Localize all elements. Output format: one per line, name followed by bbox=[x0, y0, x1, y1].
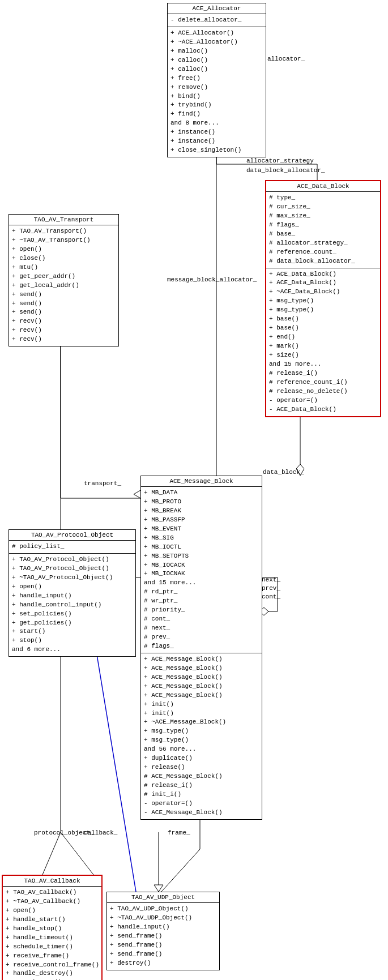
tao-av-udp-object-box: TAO_AV_UDP_Object + TAO_AV_UDP_Object() … bbox=[106, 892, 220, 970]
callback-label: callback_ bbox=[84, 829, 117, 836]
svg-line-20 bbox=[61, 832, 93, 875]
tao-av-callback-title: TAO_AV_Callback bbox=[3, 876, 101, 887]
ace-message-block-title: ACE_Message_Block bbox=[141, 476, 262, 487]
tao-av-udp-object-title: TAO_AV_UDP_Object bbox=[107, 892, 219, 903]
ace-message-block-constants: + MB_DATA + MB_PROTO + MB_BREAK + MB_PAS… bbox=[141, 487, 262, 653]
tao-av-callback-methods: + TAO_AV_Callback() + ~TAO_AV_Callback()… bbox=[3, 887, 101, 980]
ace-allocator-box: ACE_Allocator - delete_allocator_ + ACE_… bbox=[167, 3, 266, 157]
tao-av-transport-methods: + TAO_AV_Transport() + ~TAO_AV_Transport… bbox=[9, 225, 118, 346]
allocator-strategy-label: allocator_strategy bbox=[246, 157, 314, 164]
prev-label: prev_ bbox=[262, 585, 280, 592]
data-block-allocator-label: data_block_allocator_ bbox=[246, 167, 325, 174]
ace-allocator-title: ACE_Allocator bbox=[168, 3, 266, 14]
frame-label: frame_ bbox=[168, 829, 190, 836]
tao-av-callback-box: TAO_AV_Callback + TAO_AV_Callback() + ~T… bbox=[2, 875, 103, 980]
data-block-label: data_block_ bbox=[263, 469, 304, 476]
tao-av-protocol-object-methods: + TAO_AV_Protocol_Object() + TAO_AV_Prot… bbox=[9, 554, 135, 656]
ace-allocator-fields: - delete_allocator_ bbox=[168, 14, 266, 27]
tao-av-protocol-object-title: TAO_AV_Protocol_Object bbox=[9, 530, 135, 541]
transport-label: transport_ bbox=[84, 480, 121, 487]
ace-allocator-methods: + ACE_Allocator() + ~ACE_Allocator() + m… bbox=[168, 27, 266, 157]
ace-message-block-methods: + ACE_Message_Block() + ACE_Message_Bloc… bbox=[141, 653, 262, 819]
ace-data-block-fields: # type_ # cur_size_ # max_size_ # flags_… bbox=[266, 192, 380, 268]
cont-label: cont_ bbox=[262, 593, 280, 600]
svg-line-19 bbox=[42, 832, 61, 875]
ace-data-block-box: ACE_Data_Block # type_ # cur_size_ # max… bbox=[265, 180, 381, 417]
svg-line-26 bbox=[93, 634, 136, 892]
tao-av-protocol-object-fields: # policy_list_ bbox=[9, 541, 135, 554]
allocator-label: allocator_ bbox=[267, 55, 305, 62]
next-label: next_ bbox=[262, 576, 280, 583]
tao-av-transport-title: TAO_AV_Transport bbox=[9, 215, 118, 225]
ace-data-block-methods: + ACE_Data_Block() + ACE_Data_Block() + … bbox=[266, 268, 380, 416]
ace-data-block-title: ACE_Data_Block bbox=[266, 181, 380, 192]
ace-message-block-box: ACE_Message_Block + MB_DATA + MB_PROTO +… bbox=[140, 476, 262, 820]
tao-av-protocol-object-box: TAO_AV_Protocol_Object # policy_list_ + … bbox=[8, 529, 136, 657]
svg-line-24 bbox=[161, 849, 200, 892]
diagram-container: ACE_Allocator - delete_allocator_ + ACE_… bbox=[0, 0, 388, 980]
message-block-allocator-label: message_block_allocator_ bbox=[167, 276, 257, 283]
tao-av-udp-object-methods: + TAO_AV_UDP_Object() + ~TAO_AV_UDP_Obje… bbox=[107, 903, 219, 970]
svg-marker-22 bbox=[154, 885, 163, 892]
tao-av-transport-box: TAO_AV_Transport + TAO_AV_Transport() + … bbox=[8, 214, 119, 346]
